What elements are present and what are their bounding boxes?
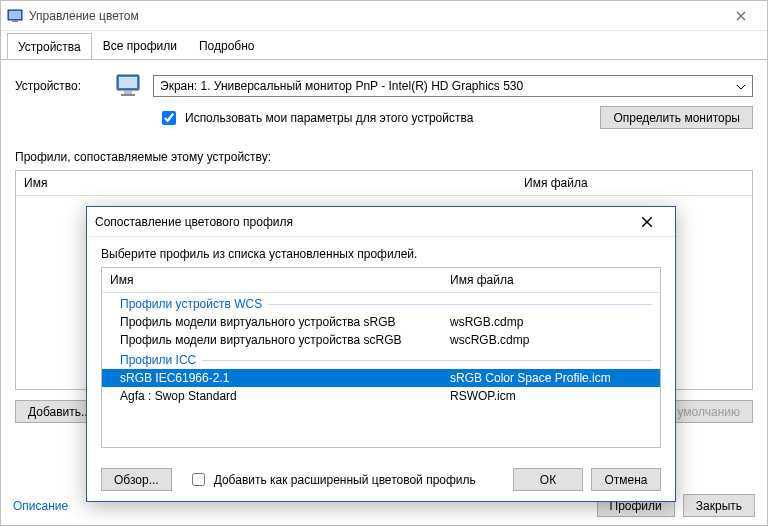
device-select-value: Экран: 1. Универсальный монитор PnP - In… xyxy=(160,79,523,93)
row-name: sRGB IEC61966-2.1 xyxy=(102,369,442,387)
col-file[interactable]: Имя файла xyxy=(516,171,752,195)
device-label: Устройство: xyxy=(15,79,105,93)
tabstrip: Устройства Все профили Подробно xyxy=(1,31,767,59)
tab-all-profiles[interactable]: Все профили xyxy=(92,32,188,59)
dialog-body: Выберите профиль из списка установленных… xyxy=(87,237,675,458)
col-name[interactable]: Имя xyxy=(16,171,516,195)
row-file: RSWOP.icm xyxy=(442,387,660,405)
close-window-button[interactable]: Закрыть xyxy=(683,494,755,517)
profiles-heading: Профили, сопоставляемые этому устройству… xyxy=(15,150,753,164)
add-advanced-checkbox[interactable] xyxy=(192,473,205,486)
identify-monitors-button[interactable]: Определить мониторы xyxy=(600,106,753,129)
list-item[interactable]: Профиль модели виртуального устройства s… xyxy=(102,313,660,331)
device-select[interactable]: Экран: 1. Универсальный монитор PnP - In… xyxy=(153,75,753,97)
dialog-close-button[interactable] xyxy=(627,208,667,236)
group-wcs-label: Профили устройств WCS xyxy=(120,297,262,311)
ok-button[interactable]: ОК xyxy=(513,468,583,491)
dialog-instruction: Выберите профиль из списка установленных… xyxy=(101,247,661,261)
svg-rect-4 xyxy=(119,77,137,88)
chevron-down-icon xyxy=(736,79,746,93)
cancel-button[interactable]: Отмена xyxy=(591,468,661,491)
profile-column-headers: Имя Имя файла xyxy=(102,268,660,293)
tab-devices[interactable]: Устройства xyxy=(7,33,92,60)
row-file: wsRGB.cdmp xyxy=(442,313,660,331)
row-name: Профиль модели виртуального устройства s… xyxy=(102,331,442,349)
dialog-titlebar: Сопоставление цветового профиля xyxy=(87,207,675,237)
group-wcs: Профили устройств WCS xyxy=(102,293,660,313)
svg-rect-5 xyxy=(124,91,132,94)
add-advanced-row: Добавить как расширенный цветовой профил… xyxy=(188,470,476,489)
close-button[interactable] xyxy=(721,2,761,30)
profiles-column-headers: Имя Имя файла xyxy=(16,171,752,196)
profile-listview[interactable]: Имя Имя файла Профили устройств WCS Проф… xyxy=(101,267,661,448)
dialog-footer: Обзор... Добавить как расширенный цветов… xyxy=(87,458,675,501)
svg-rect-2 xyxy=(12,20,18,22)
col-file[interactable]: Имя файла xyxy=(442,268,660,292)
group-icc-label: Профили ICC xyxy=(120,353,196,367)
browse-button[interactable]: Обзор... xyxy=(101,468,172,491)
use-my-settings-label: Использовать мои параметры для этого уст… xyxy=(185,111,473,125)
dialog-title: Сопоставление цветового профиля xyxy=(95,215,627,229)
row-file: wscRGB.cdmp xyxy=(442,331,660,349)
col-name[interactable]: Имя xyxy=(102,268,442,292)
window-title: Управление цветом xyxy=(29,9,721,23)
tab-advanced[interactable]: Подробно xyxy=(188,32,266,59)
app-icon xyxy=(7,8,23,24)
list-item[interactable]: sRGB IEC61966-2.1 sRGB Color Space Profi… xyxy=(102,369,660,387)
row-file: sRGB Color Space Profile.icm xyxy=(442,369,660,387)
svg-rect-6 xyxy=(121,94,135,96)
associate-profile-dialog: Сопоставление цветового профиля Выберите… xyxy=(86,206,676,502)
use-my-settings-checkbox[interactable] xyxy=(162,111,176,125)
add-advanced-label: Добавить как расширенный цветовой профил… xyxy=(214,473,476,487)
row-name: Agfa : Swop Standard xyxy=(102,387,442,405)
row-name: Профиль модели виртуального устройства s… xyxy=(102,313,442,331)
group-icc: Профили ICC xyxy=(102,349,660,369)
svg-rect-1 xyxy=(9,11,21,19)
device-row: Устройство: Экран: 1. Универсальный мони… xyxy=(15,72,753,100)
understanding-link[interactable]: Описание xyxy=(13,499,68,513)
titlebar: Управление цветом xyxy=(1,1,767,31)
list-item[interactable]: Профиль модели виртуального устройства s… xyxy=(102,331,660,349)
monitor-icon xyxy=(115,72,143,100)
list-item[interactable]: Agfa : Swop Standard RSWOP.icm xyxy=(102,387,660,405)
